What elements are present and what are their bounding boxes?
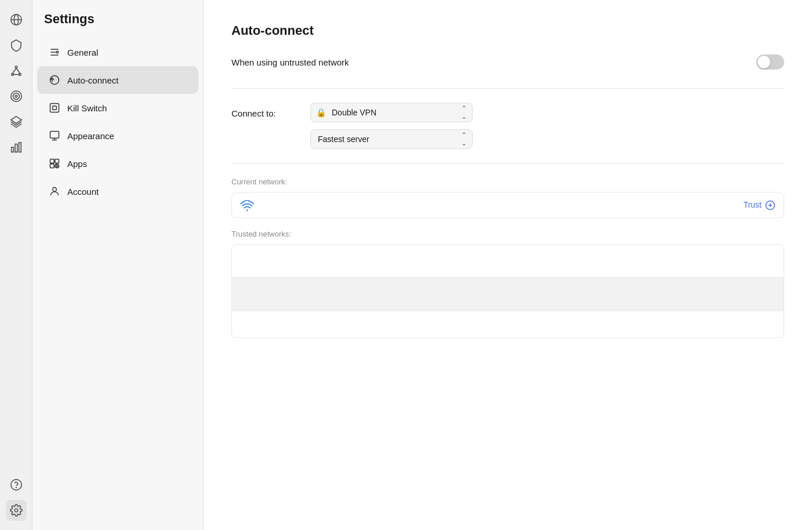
svg-point-37 bbox=[246, 209, 248, 211]
sidebar-item-kill-switch-label: Kill Switch bbox=[67, 103, 107, 113]
connect-to-label: Connect to: bbox=[231, 103, 301, 118]
sidebar-item-account-label: Account bbox=[67, 187, 99, 197]
trusted-networks-top bbox=[232, 245, 784, 277]
sidebar-item-auto-connect[interactable]: Auto-connect bbox=[37, 66, 198, 94]
svg-rect-14 bbox=[15, 144, 17, 153]
sidebar-title: Settings bbox=[32, 12, 203, 38]
divider-2 bbox=[231, 163, 784, 164]
target-icon[interactable] bbox=[6, 86, 27, 107]
svg-rect-31 bbox=[55, 159, 59, 164]
sidebar-item-account[interactable]: Account bbox=[37, 177, 198, 205]
appearance-icon bbox=[49, 130, 60, 141]
account-icon bbox=[49, 186, 60, 197]
svg-point-22 bbox=[56, 51, 58, 53]
svg-rect-26 bbox=[53, 106, 57, 110]
divider-1 bbox=[231, 88, 784, 89]
trust-plus-icon bbox=[765, 199, 775, 210]
sidebar-item-general[interactable]: General bbox=[37, 38, 198, 66]
current-network-label: Current network: bbox=[231, 177, 784, 186]
sidebar-item-auto-connect-label: Auto-connect bbox=[67, 75, 118, 85]
vpn-type-select-wrapper: 🔒 Double VPN Standard VPN Onion Over VPN… bbox=[310, 103, 473, 122]
connect-dropdowns: 🔒 Double VPN Standard VPN Onion Over VPN… bbox=[310, 103, 473, 149]
shield-icon[interactable] bbox=[6, 35, 27, 56]
chart-icon[interactable] bbox=[6, 137, 27, 158]
sidebar-item-apps-label: Apps bbox=[67, 159, 87, 169]
untrusted-network-row: When using untrusted network bbox=[231, 55, 784, 70]
svg-rect-25 bbox=[50, 104, 59, 112]
apps-icon bbox=[49, 158, 60, 169]
svg-point-10 bbox=[13, 93, 19, 100]
sidebar-item-appearance-label: Appearance bbox=[67, 131, 114, 141]
icon-rail bbox=[0, 0, 32, 530]
svg-rect-30 bbox=[50, 159, 55, 164]
server-select-wrapper: Fastest server Recommended Custom ⌃⌄ bbox=[310, 129, 473, 149]
wifi-icon bbox=[240, 198, 254, 212]
sidebar: Settings General Auto-connect Kill Switc… bbox=[32, 0, 204, 530]
page-title: Auto-connect bbox=[231, 23, 784, 38]
vpn-type-select[interactable]: Double VPN Standard VPN Onion Over VPN P… bbox=[310, 103, 473, 122]
svg-rect-27 bbox=[50, 132, 59, 139]
current-network-row: Trust bbox=[231, 192, 784, 218]
trusted-networks-middle bbox=[232, 277, 784, 311]
svg-rect-15 bbox=[19, 143, 21, 153]
untrusted-network-toggle[interactable] bbox=[756, 55, 784, 70]
help-icon[interactable] bbox=[6, 474, 27, 495]
svg-point-9 bbox=[10, 91, 21, 101]
globe-icon[interactable] bbox=[6, 9, 27, 30]
trusted-networks-box bbox=[231, 244, 784, 338]
trusted-networks-label: Trusted networks: bbox=[231, 230, 784, 238]
sidebar-item-kill-switch[interactable]: Kill Switch bbox=[37, 94, 198, 122]
svg-point-16 bbox=[10, 480, 21, 490]
trusted-networks-bottom bbox=[232, 311, 784, 337]
svg-point-36 bbox=[53, 187, 57, 191]
auto-connect-icon bbox=[49, 74, 60, 86]
network-icon[interactable] bbox=[6, 60, 27, 81]
layers-icon[interactable] bbox=[6, 111, 27, 132]
settings-icon[interactable] bbox=[6, 500, 27, 521]
connect-to-row: Connect to: 🔒 Double VPN Standard VPN On… bbox=[231, 103, 784, 149]
svg-line-7 bbox=[16, 68, 20, 73]
trust-button-label: Trust bbox=[744, 200, 762, 209]
sidebar-item-general-label: General bbox=[67, 48, 98, 57]
svg-point-18 bbox=[14, 509, 18, 512]
untrusted-network-label: When using untrusted network bbox=[231, 57, 349, 67]
kill-switch-icon bbox=[49, 102, 60, 114]
svg-point-3 bbox=[15, 66, 17, 68]
server-select[interactable]: Fastest server Recommended Custom bbox=[310, 129, 473, 149]
sidebar-item-appearance[interactable]: Appearance bbox=[37, 122, 198, 150]
svg-point-17 bbox=[16, 487, 16, 488]
trust-button[interactable]: Trust bbox=[744, 199, 775, 210]
svg-point-11 bbox=[15, 95, 17, 97]
general-icon bbox=[49, 46, 60, 58]
svg-rect-32 bbox=[50, 164, 55, 168]
main-content: Auto-connect When using untrusted networ… bbox=[204, 0, 812, 530]
sidebar-item-apps[interactable]: Apps bbox=[37, 150, 198, 177]
svg-rect-13 bbox=[11, 147, 13, 152]
svg-line-6 bbox=[12, 68, 16, 73]
